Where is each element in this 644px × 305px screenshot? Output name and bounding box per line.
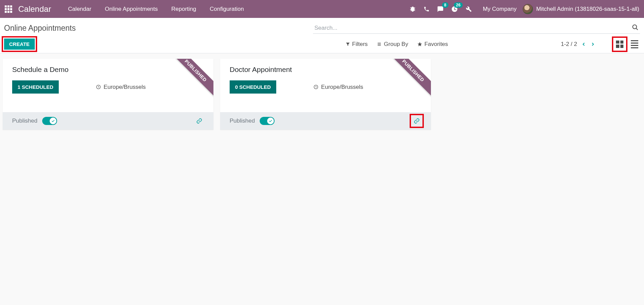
topbar: Calendar Calendar Online Appointments Re… [0,0,644,18]
timezone: Europe/Brussels [96,84,146,91]
search-box [313,23,640,34]
pager: 1-2 / 2 [561,41,595,48]
nav-online-appointments[interactable]: Online Appointments [98,6,164,12]
apps-icon[interactable] [5,5,12,13]
chevron-left-icon [582,42,586,47]
search-toolbar: Filters Group By Favorites [345,41,448,48]
filters-button[interactable]: Filters [345,41,368,48]
favorites-button[interactable]: Favorites [417,41,448,48]
timezone-label: Europe/Brussels [321,84,363,91]
scheduled-badge[interactable]: 1 SCHEDULED [12,80,59,94]
kanban-icon [616,41,623,48]
tools-icon[interactable] [465,6,472,12]
nav-calendar[interactable]: Calendar [61,6,98,12]
nav-links: Calendar Online Appointments Reporting C… [61,6,251,12]
avatar [523,4,533,14]
filter-icon [345,42,350,47]
nav-configuration[interactable]: Configuration [203,6,251,12]
user-menu[interactable]: Mitchell Admin (13818026-saas-15-1-all) [523,4,639,14]
appointment-card[interactable]: Doctor Appointment 0 SCHEDULED Europe/Br… [220,59,431,130]
toolbar-right: 1-2 / 2 [561,39,640,50]
card-title: Schedule a Demo [12,66,204,74]
appointment-card[interactable]: Schedule a Demo 1 SCHEDULED Europe/Bruss… [3,59,213,130]
pager-prev[interactable] [582,42,586,47]
published-label: Published [230,118,255,124]
link-icon [414,118,420,124]
scheduled-badge[interactable]: 0 SCHEDULED [230,80,276,94]
check-icon [51,119,55,123]
bug-icon[interactable] [409,6,416,12]
svg-point-0 [633,25,637,29]
list-view-button[interactable] [629,39,640,50]
chat-badge: 8 [442,2,448,8]
published-label: Published [12,118,37,124]
groupby-label: Group By [384,41,408,48]
groupby-button[interactable]: Group By [377,41,408,48]
activity-badge: 26 [454,2,462,8]
clock-icon [313,84,318,90]
brand: Calendar [18,4,51,14]
share-link-button[interactable] [412,116,421,126]
search-input[interactable] [313,23,640,34]
kanban-area: Schedule a Demo 1 SCHEDULED Europe/Bruss… [0,53,644,135]
list-view-icon [631,40,638,48]
search-icon[interactable] [632,24,639,31]
timezone-label: Europe/Brussels [104,84,146,91]
published-toggle[interactable] [260,117,275,125]
share-link-button[interactable] [195,116,204,126]
chevron-right-icon [591,42,595,47]
timezone: Europe/Brussels [313,84,363,91]
list-icon [377,42,382,47]
star-icon [417,42,422,47]
nav-reporting[interactable]: Reporting [164,6,203,12]
control-panel: Online Appointments CREATE Filters Group… [0,18,644,53]
link-icon [196,118,202,124]
phone-icon[interactable] [423,6,430,12]
published-toggle[interactable] [42,117,57,125]
filters-label: Filters [352,41,368,48]
system-tray: 8 26 [409,6,472,12]
chat-icon[interactable]: 8 [437,6,444,12]
favorites-label: Favorites [424,41,448,48]
pager-next[interactable] [591,42,595,47]
user-name: Mitchell Admin (13818026-saas-15-1-all) [536,6,639,12]
view-switcher [614,39,640,50]
activity-icon[interactable]: 26 [451,6,458,12]
create-button[interactable]: CREATE [4,39,35,50]
check-icon [268,119,273,123]
kanban-view-button[interactable] [614,39,625,50]
pager-text: 1-2 / 2 [561,41,577,48]
company-switcher[interactable]: My Company [483,6,517,12]
page-title: Online Appointments [4,24,76,33]
card-title: Doctor Appointment [230,66,421,74]
clock-icon [96,84,101,90]
